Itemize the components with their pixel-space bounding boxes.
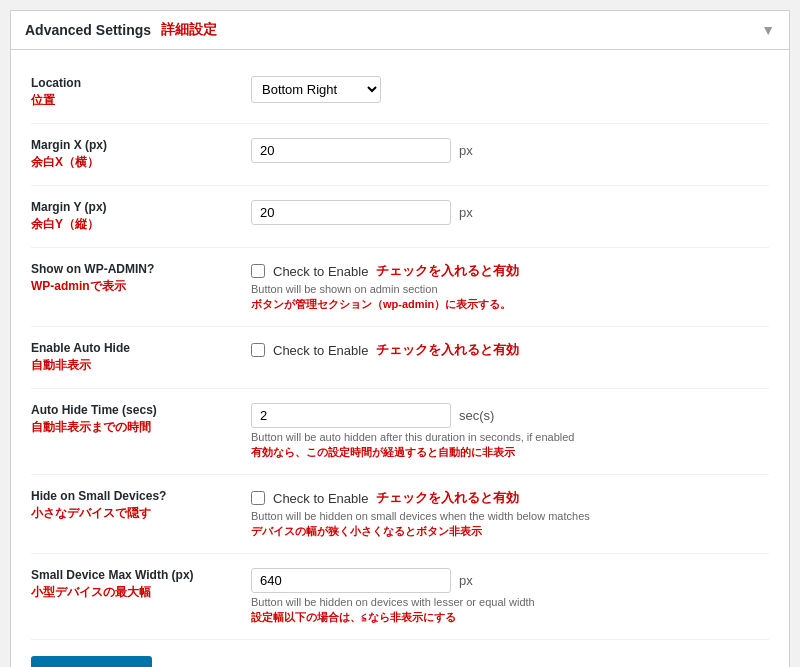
- label-location-en: Location: [31, 76, 241, 90]
- row-auto-hide-time: Auto Hide Time (secs) 自動非表示までの時間 sec(s) …: [31, 389, 769, 475]
- panel-collapse-arrow[interactable]: ▼: [761, 22, 775, 38]
- show-wp-admin-hint-ja: ボタンが管理セクション（wp-admin）に表示する。: [251, 297, 769, 312]
- label-small-device-width-en: Small Device Max Width (px): [31, 568, 241, 582]
- row-location: Location 位置 Bottom Right Bottom Left Top…: [31, 62, 769, 124]
- margin-x-input[interactable]: [251, 138, 451, 163]
- show-wp-admin-hint-en: Button will be shown on admin section: [251, 283, 769, 295]
- row-hide-small: Hide on Small Devices? 小さなデバイスで隠す Check …: [31, 475, 769, 554]
- small-device-width-input[interactable]: [251, 568, 451, 593]
- label-auto-hide-ja: 自動非表示: [31, 357, 241, 374]
- auto-hide-time-hint-en: Button will be auto hidden after this du…: [251, 431, 769, 443]
- control-auto-hide-time: sec(s) Button will be auto hidden after …: [251, 403, 769, 460]
- small-device-width-hint-ja: 設定幅以下の場合は、≦なら非表示にする: [251, 610, 769, 625]
- hide-small-hint-ja: デバイスの幅が狭く小さくなるとボタン非表示: [251, 524, 769, 539]
- auto-hide-checkbox-label-ja: チェックを入れると有効: [376, 341, 519, 359]
- row-auto-hide: Enable Auto Hide 自動非表示 Check to Enable チ…: [31, 327, 769, 389]
- small-device-width-hint-en: Button will be hidden on devices with le…: [251, 596, 769, 608]
- hide-small-hint-en: Button will be hidden on small devices w…: [251, 510, 769, 522]
- label-margin-x-en: Margin X (px): [31, 138, 241, 152]
- panel-body: Location 位置 Bottom Right Bottom Left Top…: [11, 50, 789, 667]
- control-location: Bottom Right Bottom Left Top Right Top L…: [251, 76, 769, 103]
- label-auto-hide-time-en: Auto Hide Time (secs): [31, 403, 241, 417]
- margin-y-input[interactable]: [251, 200, 451, 225]
- label-hide-small: Hide on Small Devices? 小さなデバイスで隠す: [31, 489, 251, 522]
- panel-title-en: Advanced Settings: [25, 22, 151, 38]
- panel-header: Advanced Settings 詳細設定 ▼: [11, 11, 789, 50]
- label-small-device-width-ja: 小型デバイスの最大幅: [31, 584, 241, 601]
- control-small-device-width: px Button will be hidden on devices with…: [251, 568, 769, 625]
- control-auto-hide: Check to Enable チェックを入れると有効: [251, 341, 769, 359]
- show-wp-admin-checkbox[interactable]: [251, 264, 265, 278]
- auto-hide-time-input[interactable]: [251, 403, 451, 428]
- panel-title-ja: 詳細設定: [161, 21, 217, 39]
- auto-hide-time-hint-ja: 有効なら、この設定時間が経過すると自動的に非表示: [251, 445, 769, 460]
- save-changes-button[interactable]: Save Changes: [31, 656, 152, 667]
- label-margin-y-en: Margin Y (px): [31, 200, 241, 214]
- label-margin-y-ja: 余白Y（縦）: [31, 216, 241, 233]
- show-wp-admin-checkbox-label: Check to Enable: [273, 264, 368, 279]
- small-device-width-unit: px: [459, 573, 473, 588]
- advanced-settings-panel: Advanced Settings 詳細設定 ▼ Location 位置 Bot…: [10, 10, 790, 667]
- label-hide-small-en: Hide on Small Devices?: [31, 489, 241, 503]
- row-margin-x: Margin X (px) 余白X（横） px: [31, 124, 769, 186]
- panel-title: Advanced Settings 詳細設定: [25, 21, 217, 39]
- label-show-wp-admin: Show on WP-ADMIN? WP-adminで表示: [31, 262, 251, 295]
- margin-y-unit: px: [459, 205, 473, 220]
- label-auto-hide-en: Enable Auto Hide: [31, 341, 241, 355]
- auto-hide-time-unit: sec(s): [459, 408, 494, 423]
- label-location-ja: 位置: [31, 92, 241, 109]
- label-auto-hide: Enable Auto Hide 自動非表示: [31, 341, 251, 374]
- label-auto-hide-time: Auto Hide Time (secs) 自動非表示までの時間: [31, 403, 251, 436]
- row-margin-y: Margin Y (px) 余白Y（縦） px: [31, 186, 769, 248]
- hide-small-checkbox[interactable]: [251, 491, 265, 505]
- label-margin-x: Margin X (px) 余白X（横）: [31, 138, 251, 171]
- control-margin-y: px: [251, 200, 769, 225]
- location-select[interactable]: Bottom Right Bottom Left Top Right Top L…: [251, 76, 381, 103]
- label-margin-y: Margin Y (px) 余白Y（縦）: [31, 200, 251, 233]
- control-margin-x: px: [251, 138, 769, 163]
- auto-hide-checkbox[interactable]: [251, 343, 265, 357]
- hide-small-checkbox-label: Check to Enable: [273, 491, 368, 506]
- show-wp-admin-checkbox-label-ja: チェックを入れると有効: [376, 262, 519, 280]
- control-show-wp-admin: Check to Enable チェックを入れると有効 Button will …: [251, 262, 769, 312]
- label-auto-hide-time-ja: 自動非表示までの時間: [31, 419, 241, 436]
- label-show-wp-admin-en: Show on WP-ADMIN?: [31, 262, 241, 276]
- label-show-wp-admin-ja: WP-adminで表示: [31, 278, 241, 295]
- label-small-device-width: Small Device Max Width (px) 小型デバイスの最大幅: [31, 568, 251, 601]
- row-show-wp-admin: Show on WP-ADMIN? WP-adminで表示 Check to E…: [31, 248, 769, 327]
- hide-small-checkbox-label-ja: チェックを入れると有効: [376, 489, 519, 507]
- control-hide-small: Check to Enable チェックを入れると有効 Button will …: [251, 489, 769, 539]
- label-margin-x-ja: 余白X（横）: [31, 154, 241, 171]
- margin-x-unit: px: [459, 143, 473, 158]
- label-hide-small-ja: 小さなデバイスで隠す: [31, 505, 241, 522]
- auto-hide-checkbox-label: Check to Enable: [273, 343, 368, 358]
- label-location: Location 位置: [31, 76, 251, 109]
- row-small-device-width: Small Device Max Width (px) 小型デバイスの最大幅 p…: [31, 554, 769, 640]
